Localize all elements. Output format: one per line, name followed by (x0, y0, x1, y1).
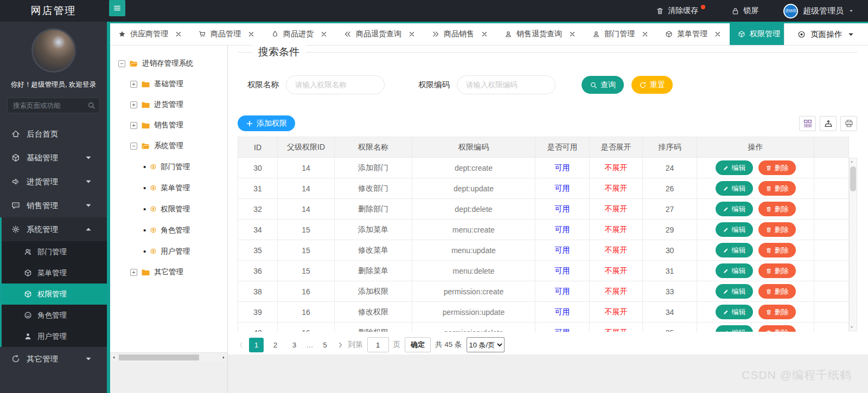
sidebar-item-home[interactable]: 后台首页 (0, 122, 107, 146)
export-button[interactable] (820, 116, 837, 131)
caret-up-icon (84, 225, 93, 234)
columns-button[interactable] (799, 116, 816, 131)
tab-perm[interactable]: 权限管理 (730, 23, 784, 45)
page-button-1[interactable]: 1 (249, 338, 264, 352)
scrollbar-track[interactable] (118, 354, 220, 361)
tree-node-perm[interactable]: •权限管理 (143, 198, 227, 220)
permission-code-input[interactable] (457, 75, 556, 94)
sidebar-item-purchase[interactable]: 进货管理 (0, 170, 107, 194)
tab-close-icon[interactable] (714, 30, 722, 38)
tree-node-other[interactable]: +其它管理 (130, 262, 227, 282)
expand-icon[interactable]: + (130, 269, 137, 276)
delete-button[interactable]: 删除 (758, 243, 796, 257)
prev-page-button[interactable] (238, 342, 245, 349)
page-operations-dropdown[interactable]: 页面操作 (784, 23, 868, 45)
tree-node-root[interactable]: −进销存管理系统 (118, 53, 227, 74)
tree-node-system[interactable]: −系统管理 (130, 136, 227, 156)
reset-button[interactable]: 重置 (631, 76, 673, 94)
table-row: 3114修改部门dept:update可用不展开26编辑删除 (238, 178, 849, 199)
sidebar-item-user[interactable]: 用户管理 (2, 326, 107, 347)
add-permission-button[interactable]: 添加权限 (238, 115, 295, 131)
sidebar-item-sales[interactable]: 销售管理 (0, 194, 107, 217)
reset-button-label: 重置 (650, 80, 665, 90)
scrollbar-thumb[interactable] (850, 166, 856, 191)
tab-close-icon[interactable] (641, 30, 649, 38)
next-page-button[interactable] (337, 342, 344, 349)
delete-button[interactable]: 删除 (758, 263, 796, 278)
sidebar-item-menu[interactable]: 菜单管理 (2, 262, 107, 284)
print-button[interactable] (840, 116, 857, 131)
delete-button[interactable]: 删除 (758, 284, 796, 299)
user-menu[interactable]: 进销存 超级管理员 (783, 4, 854, 18)
tree-horizontal-scrollbar[interactable] (110, 352, 227, 362)
collapse-icon[interactable]: − (130, 143, 137, 150)
tab-goods-sale[interactable]: 商品销售 (424, 23, 496, 45)
goto-page-input[interactable] (367, 337, 389, 352)
edit-button[interactable]: 编辑 (716, 284, 753, 299)
edit-button[interactable]: 编辑 (716, 222, 753, 237)
tab-supplier[interactable]: 供应商管理 (110, 23, 190, 45)
tree-node-dept[interactable]: •部门管理 (143, 156, 227, 177)
tab-close-icon[interactable] (320, 30, 328, 38)
edit-button[interactable]: 编辑 (716, 202, 753, 216)
page-button-3[interactable]: 3 (287, 338, 302, 352)
sidebar-item-other[interactable]: 其它管理 (0, 347, 107, 371)
tab-close-icon[interactable] (481, 30, 488, 38)
edit-button[interactable]: 编辑 (716, 263, 753, 278)
tree-node-user[interactable]: •用户管理 (143, 241, 227, 262)
expand-icon[interactable]: + (130, 81, 137, 88)
page-button-5[interactable]: 5 (318, 338, 333, 352)
edit-button[interactable]: 编辑 (716, 243, 753, 257)
sidebar-item-dept[interactable]: 部门管理 (2, 241, 107, 262)
user-photo-avatar (31, 28, 76, 73)
delete-button[interactable]: 删除 (758, 181, 796, 196)
sidebar-item-base[interactable]: 基础管理 (0, 146, 107, 170)
delete-button[interactable]: 删除 (758, 325, 796, 332)
edit-button[interactable]: 编辑 (716, 181, 753, 196)
tab-goods-purchase[interactable]: 商品进货 (263, 23, 336, 45)
edit-button[interactable]: 编辑 (716, 160, 753, 175)
menu-toggle-button[interactable] (109, 0, 125, 16)
lock-screen-button[interactable]: 锁屏 (731, 6, 758, 16)
scrollbar-thumb[interactable] (119, 355, 199, 360)
delete-button[interactable]: 删除 (758, 202, 796, 216)
tree-node-menu[interactable]: •菜单管理 (143, 177, 227, 198)
permission-name-label: 权限名称 (247, 80, 279, 90)
tab-menu[interactable]: 菜单管理 (657, 23, 730, 45)
expand-icon[interactable]: + (130, 101, 137, 108)
query-button[interactable]: 查询 (582, 76, 624, 94)
edit-button[interactable]: 编辑 (716, 305, 753, 319)
sidebar-item-role[interactable]: 角色管理 (2, 305, 107, 326)
collapse-icon[interactable]: − (118, 60, 125, 67)
tab-purchase-return-query[interactable]: 商品退货查询 (336, 23, 424, 45)
page-button-2[interactable]: 2 (268, 338, 283, 352)
delete-button[interactable]: 删除 (758, 160, 796, 175)
sidebar-item-system[interactable]: 系统管理 (2, 217, 107, 241)
tree-node-base[interactable]: +基础管理 (130, 74, 227, 94)
tree-node-role[interactable]: •角色管理 (143, 220, 227, 241)
permission-name-input[interactable] (286, 75, 385, 94)
tree-node-sales[interactable]: +销售管理 (130, 115, 227, 136)
edit-button[interactable]: 编辑 (716, 325, 753, 332)
tab-close-icon[interactable] (408, 30, 416, 38)
table-tool-icons (799, 116, 857, 131)
confirm-page-button[interactable]: 确定 (405, 337, 431, 352)
clear-cache-button[interactable]: 清除缓存 (656, 6, 706, 16)
sidebar-search-input[interactable] (7, 98, 100, 113)
tab-close-icon[interactable] (569, 30, 576, 38)
bullet-icon: • (143, 162, 146, 171)
table-vertical-scrollbar[interactable] (849, 158, 857, 331)
tab-sale-return-query[interactable]: 销售退货查询 (496, 23, 584, 45)
clear-cache-label: 清除缓存 (668, 6, 698, 16)
delete-button[interactable]: 删除 (758, 222, 796, 237)
tab-close-icon[interactable] (247, 30, 255, 38)
trash-icon (765, 268, 772, 274)
page-size-select[interactable]: 10 条/页 (467, 337, 505, 352)
sidebar-item-perm[interactable]: 权限管理 (2, 284, 107, 305)
expand-icon[interactable]: + (130, 122, 137, 129)
tab-close-icon[interactable] (175, 30, 182, 38)
tree-node-purchase[interactable]: +进货管理 (130, 94, 227, 115)
delete-button[interactable]: 删除 (758, 305, 796, 319)
tab-goods[interactable]: 商品管理 (190, 23, 263, 45)
tab-dept[interactable]: 部门管理 (584, 23, 657, 45)
